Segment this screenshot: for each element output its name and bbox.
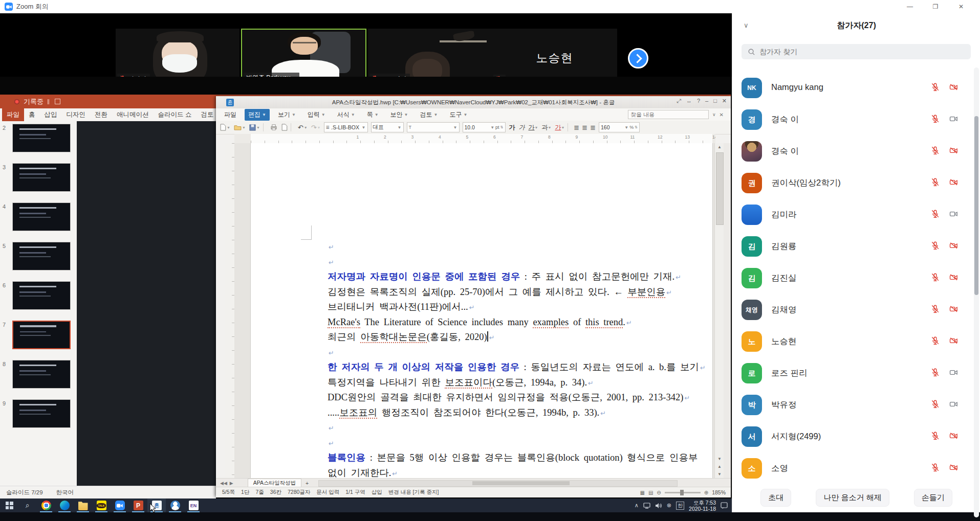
participant-row[interactable]: 경숙 이 — [732, 135, 980, 167]
taskbar-powerpoint-icon[interactable]: P — [129, 499, 147, 512]
slide-thumbnail[interactable] — [12, 163, 71, 192]
open-document-button[interactable]: ▼ — [234, 124, 246, 130]
mic-muted-icon[interactable] — [930, 273, 940, 284]
next-page-button[interactable] — [628, 48, 648, 69]
spinner-icon[interactable]: ⇅ — [500, 125, 504, 129]
font-combo[interactable]: T▼ — [407, 122, 460, 132]
video-on-icon[interactable] — [948, 114, 959, 126]
mic-muted-icon[interactable] — [930, 336, 940, 348]
taskbar-kakaotalk-icon[interactable]: TALK — [92, 499, 111, 512]
menu-보기[interactable]: 보기▼ — [274, 109, 299, 121]
video-on-icon[interactable] — [948, 399, 959, 411]
video-off-icon[interactable] — [948, 177, 959, 189]
slide-thumbnail-row[interactable]: 8 — [0, 359, 77, 391]
slide-thumbnail-row[interactable]: 2 — [0, 123, 77, 154]
format-button[interactable]: 과 — [541, 123, 548, 132]
hwp-control-⤢[interactable]: ⤢ — [677, 98, 681, 104]
mic-muted-icon[interactable] — [930, 431, 940, 443]
hwp-control-?[interactable]: ? — [697, 98, 700, 104]
page-down-icon[interactable]: ▼ — [715, 470, 724, 478]
find-expand-icon[interactable]: ∨ — [712, 112, 716, 117]
network-icon[interactable] — [643, 503, 650, 509]
slide-thumbnail[interactable] — [12, 242, 71, 270]
save-button[interactable]: ▼ — [249, 124, 260, 131]
slide-thumbnail[interactable] — [12, 124, 71, 152]
speaker-icon[interactable] — [655, 503, 662, 509]
horizontal-scrollbar[interactable] — [318, 480, 678, 487]
dropdown-arrow-icon[interactable]: ▼ — [561, 126, 564, 129]
find-close-icon[interactable]: ✕ — [720, 112, 724, 118]
participant-row[interactable]: 서서지형(2499) — [732, 421, 980, 452]
participant-row[interactable]: 김김원룡 — [732, 231, 980, 262]
menu-보안[interactable]: 보안▼ — [387, 109, 412, 121]
slide-thumbnail-row[interactable]: 6 — [0, 280, 77, 312]
slide-thumbnail-selected[interactable] — [12, 321, 71, 349]
zoom-in-icon[interactable]: ⊕ — [704, 490, 708, 495]
mic-muted-icon[interactable] — [930, 114, 940, 126]
hwp-control-✕[interactable]: ✕ — [722, 98, 727, 104]
zoom-out-icon[interactable]: ⊖ — [657, 490, 661, 495]
participant-row[interactable]: 경경숙 이 — [732, 104, 980, 135]
ribbon-tab-파일[interactable]: 파일 — [2, 108, 24, 121]
notification-icon[interactable] — [721, 502, 728, 509]
menu-서식[interactable]: 서식▼ — [334, 109, 359, 121]
ribbon-tab-슬라이드 쇼[interactable]: 슬라이드 쇼 — [154, 108, 197, 121]
document-tab[interactable]: APA스타일작성법 — [248, 479, 301, 488]
menu-검토[interactable]: 검토▼ — [417, 109, 442, 121]
format-button[interactable]: 가 — [519, 123, 525, 132]
slide-thumbnail-row[interactable]: 9 — [0, 398, 77, 430]
tray-chevron-icon[interactable]: ∧ — [635, 502, 639, 509]
participant-row[interactable]: NKNamgyu kang — [732, 72, 980, 104]
bluetooth-icon[interactable]: ⊗ — [667, 502, 671, 509]
participant-search[interactable] — [742, 44, 971, 59]
redo-button[interactable]: ↷▼ — [311, 124, 321, 131]
document-text[interactable]: ↵↵저자명과 자료명이 인용문 중에 포함된 경우 : 주 표시 없이 참고문헌… — [328, 239, 710, 478]
minimize-button[interactable]: — — [897, 0, 923, 13]
preview-button[interactable] — [281, 124, 288, 131]
slide-thumbnail-row[interactable]: 3 — [0, 162, 77, 194]
tab-scroll-right-icon[interactable]: ▶ — [230, 481, 233, 486]
video-off-icon[interactable] — [948, 82, 959, 94]
view-mode-icon[interactable]: ▦ — [640, 490, 644, 495]
taskbar-zoom-icon[interactable] — [111, 499, 129, 512]
page-up-icon[interactable]: ▲ — [715, 463, 724, 470]
align-button[interactable]: ≣ — [590, 124, 596, 131]
mic-muted-icon[interactable] — [930, 368, 940, 379]
find-input[interactable] — [628, 110, 709, 119]
format-button[interactable]: 가 — [509, 123, 515, 132]
search-input[interactable] — [758, 47, 955, 56]
mic-muted-icon[interactable] — [930, 209, 940, 221]
menu-파일[interactable]: 파일 — [221, 109, 240, 121]
horizontal-scrollbar-thumb[interactable] — [472, 481, 570, 485]
align-button[interactable]: ≣ — [574, 124, 579, 131]
video-off-icon[interactable] — [948, 273, 959, 284]
dropdown-arrow-icon[interactable]: ▼ — [535, 126, 538, 129]
video-off-icon[interactable] — [948, 146, 959, 157]
taskbar-start-icon[interactable] — [0, 499, 18, 512]
video-on-icon[interactable] — [948, 209, 959, 221]
ribbon-tab-홈[interactable]: 홈 — [24, 108, 40, 121]
participant-row[interactable]: 박박유정 — [732, 389, 980, 421]
taskbar-search-icon[interactable]: ⌕ — [18, 499, 37, 512]
participant-row[interactable]: 권권이삭(임상2학기) — [732, 167, 980, 199]
ribbon-tab-검토[interactable]: 검토 — [196, 108, 217, 121]
mic-muted-icon[interactable] — [930, 177, 940, 189]
video-off-icon[interactable] — [948, 241, 959, 253]
document-page[interactable]: ↵↵저자명과 자료명이 인용문 중에 포함된 경우 : 주 표시 없이 참고문헌… — [251, 143, 712, 478]
scroll-up-icon[interactable]: ▲ — [715, 143, 724, 151]
tab-scroll-left-icon[interactable]: ◀◀ — [220, 481, 227, 486]
footer-button-손들기[interactable]: 손들기 — [914, 489, 952, 507]
mic-muted-icon[interactable] — [930, 399, 940, 411]
stop-recording-icon[interactable] — [55, 99, 60, 104]
scroll-down-icon[interactable]: ▼ — [715, 455, 724, 463]
scrollbar-thumb[interactable] — [716, 152, 724, 225]
menu-편집[interactable]: 편집▼ — [245, 109, 270, 121]
taskbar-chrome-icon[interactable] — [37, 499, 55, 512]
preset-combo[interactable]: 대표▼ — [371, 122, 404, 132]
participant-row[interactable]: 노노승현 — [732, 326, 980, 357]
slide-thumbnail[interactable] — [12, 281, 71, 310]
taskbar-edge-icon[interactable] — [55, 499, 74, 512]
slide-thumbnail-row[interactable]: 5 — [0, 241, 77, 273]
new-document-button[interactable]: ▼ — [220, 124, 230, 131]
print-button[interactable] — [270, 124, 277, 130]
